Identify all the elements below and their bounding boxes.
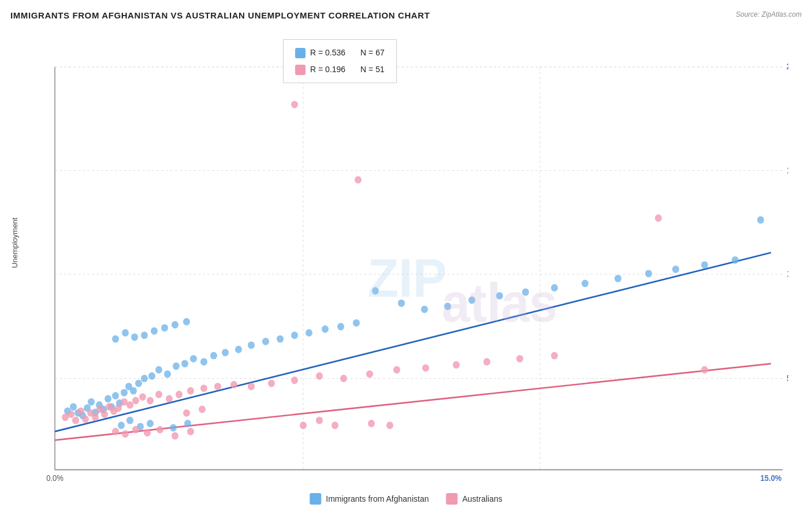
svg-point-64: [701, 261, 708, 268]
svg-point-114: [483, 358, 490, 365]
svg-point-61: [614, 275, 621, 282]
pink-n-value: N = 51: [360, 62, 385, 77]
svg-text:atlas: atlas: [442, 273, 558, 333]
svg-point-42: [222, 349, 229, 356]
svg-point-60: [582, 280, 588, 288]
svg-point-104: [230, 381, 237, 389]
svg-point-73: [172, 321, 178, 329]
svg-point-38: [181, 360, 188, 367]
svg-point-51: [353, 319, 360, 327]
svg-point-98: [155, 391, 162, 398]
svg-point-74: [183, 318, 190, 326]
svg-point-65: [732, 256, 739, 264]
svg-point-62: [645, 270, 652, 277]
svg-point-31: [130, 387, 137, 394]
svg-point-101: [187, 387, 194, 394]
svg-text:15.0%: 15.0%: [761, 473, 782, 482]
svg-point-46: [277, 335, 284, 343]
svg-point-124: [172, 432, 178, 439]
svg-point-95: [132, 397, 139, 405]
svg-point-103: [214, 383, 221, 390]
svg-point-84: [77, 408, 84, 415]
svg-point-41: [210, 352, 217, 360]
legend-row-pink: R = 0.196 N = 51: [295, 62, 385, 77]
svg-point-109: [340, 375, 347, 382]
svg-point-108: [316, 372, 323, 380]
svg-point-29: [121, 389, 128, 397]
svg-point-122: [144, 429, 151, 436]
svg-point-17: [70, 403, 77, 410]
svg-point-112: [422, 364, 429, 372]
svg-point-63: [672, 266, 679, 273]
svg-point-48: [306, 329, 312, 337]
svg-point-107: [291, 376, 298, 384]
svg-point-34: [148, 372, 155, 380]
svg-point-50: [337, 323, 344, 330]
svg-point-92: [115, 404, 122, 412]
svg-point-66: [757, 216, 764, 223]
svg-point-96: [139, 393, 146, 401]
svg-point-132: [386, 421, 393, 429]
svg-point-69: [131, 333, 138, 341]
svg-text:10.0%: 10.0%: [787, 270, 788, 278]
svg-point-82: [68, 410, 75, 418]
svg-point-128: [300, 421, 307, 429]
svg-point-39: [190, 355, 197, 363]
svg-point-87: [92, 413, 99, 421]
chart-svg: 5.0% 10.0% 15.0% 20.0% 0.0% 15.0%: [32, 32, 788, 482]
svg-point-94: [126, 401, 133, 409]
chart-title: IMMIGRANTS FROM AFGHANISTAN VS AUSTRALIA…: [10, 10, 430, 20]
source-label: Source: ZipAtlas.com: [736, 10, 802, 18]
svg-point-45: [262, 338, 269, 345]
svg-point-75: [118, 421, 125, 429]
svg-point-117: [291, 101, 298, 109]
svg-point-37: [173, 363, 180, 370]
svg-point-126: [183, 409, 190, 417]
svg-point-127: [199, 406, 206, 413]
svg-point-79: [170, 424, 177, 432]
svg-point-99: [166, 395, 173, 402]
svg-text:ZIP: ZIP: [368, 248, 447, 308]
svg-point-105: [248, 383, 255, 390]
svg-point-102: [200, 385, 207, 392]
svg-point-125: [187, 428, 194, 435]
svg-point-68: [122, 329, 129, 337]
svg-point-129: [316, 417, 323, 424]
svg-point-133: [701, 366, 708, 374]
svg-point-121: [132, 426, 139, 434]
svg-point-21: [88, 398, 95, 406]
blue-swatch: [295, 48, 306, 58]
svg-text:20.0%: 20.0%: [787, 62, 788, 71]
svg-point-118: [355, 176, 362, 184]
svg-text:0.0%: 0.0%: [46, 473, 64, 482]
bottom-blue-label: Immigrants from Afghanistan: [326, 494, 429, 503]
svg-point-32: [135, 380, 142, 387]
bottom-legend: Immigrants from Afghanistan Australians: [310, 493, 502, 505]
svg-point-134: [655, 214, 662, 222]
svg-point-78: [147, 420, 154, 427]
svg-point-70: [141, 331, 148, 339]
blue-r-value: R = 0.536: [310, 46, 345, 60]
legend-box: R = 0.536 N = 67 R = 0.196 N = 51: [283, 39, 397, 83]
svg-point-106: [268, 380, 275, 387]
chart-container: IMMIGRANTS FROM AFGHANISTAN VS AUSTRALIA…: [0, 0, 812, 515]
svg-point-113: [453, 361, 460, 369]
svg-point-83: [72, 417, 79, 424]
svg-point-71: [151, 327, 158, 335]
svg-point-100: [176, 391, 182, 398]
svg-point-85: [82, 416, 89, 423]
svg-point-49: [322, 326, 329, 333]
bottom-pink-label: Australians: [462, 494, 502, 503]
svg-point-130: [331, 421, 338, 429]
svg-point-119: [112, 428, 119, 435]
svg-point-67: [112, 335, 119, 343]
svg-point-35: [155, 366, 162, 374]
svg-point-25: [105, 395, 111, 402]
pink-swatch: [295, 65, 306, 75]
svg-point-123: [157, 426, 163, 434]
svg-point-120: [122, 430, 129, 438]
svg-point-44: [248, 341, 255, 349]
blue-n-value: N = 67: [360, 46, 385, 60]
svg-point-97: [147, 397, 154, 405]
bottom-legend-pink: Australians: [446, 493, 502, 505]
